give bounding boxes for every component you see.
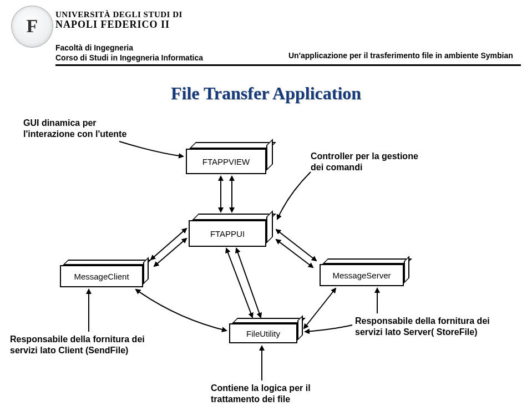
header-rule — [55, 64, 521, 66]
box-ftappview-label: FTAPPVIEW — [202, 157, 250, 166]
gui-annotation-l1: GUI dinamica per — [23, 118, 97, 128]
gui-annotation: GUI dinamica per l'interazione con l'ute… — [23, 118, 156, 140]
fileutility-annotation: Contiene la logica per il trattamento de… — [211, 383, 377, 405]
client-annotation-l1: Responsabile della fornitura dei — [10, 334, 145, 344]
app-description: Un'applicazione per il trasferimento fil… — [288, 51, 513, 60]
fileutility-annotation-l2: trattamento dei file — [211, 394, 290, 404]
server-annotation-l1: Responsabile della fornitura dei — [355, 316, 490, 326]
svg-line-7 — [236, 248, 261, 317]
uni-line-1: UNIVERSITÀ DEGLI STUDI DI — [55, 10, 183, 19]
slide-title: File Transfer Application — [0, 83, 532, 104]
course-label: Corso di Studi in Ingegneria Informatica — [55, 53, 203, 62]
client-annotation-l2: servizi lato Client (SendFile) — [10, 346, 128, 355]
box-message-client-label: MessageClient — [74, 272, 129, 281]
controller-annotation-l1: Controller per la gestione — [311, 151, 418, 161]
svg-line-4 — [276, 230, 316, 261]
slide-stage: UNIVERSITÀ DEGLI STUDI DI NAPOLI FEDERIC… — [0, 0, 532, 411]
server-annotation: Responsabile della fornitura dei servizi… — [355, 316, 521, 338]
server-annotation-l2: servizi lato Server( StoreFile) — [355, 327, 478, 337]
box-ftappui-label: FTAPPUI — [210, 229, 245, 239]
svg-line-3 — [154, 239, 186, 266]
controller-annotation: Controller per la gestione dei comandi — [311, 151, 466, 173]
svg-line-5 — [276, 240, 313, 267]
uni-line-2: NAPOLI FEDERICO II — [55, 19, 183, 31]
gui-annotation-l2: l'interazione con l'utente — [23, 129, 126, 139]
fileutility-annotation-l1: Contiene la logica per il — [211, 383, 311, 393]
box-message-server-label: MessageServer — [332, 271, 391, 280]
university-logo — [11, 6, 53, 48]
faculty-label: Facoltà di Ingegneria — [55, 43, 133, 52]
university-name: UNIVERSITÀ DEGLI STUDI DI NAPOLI FEDERIC… — [55, 10, 183, 31]
client-annotation: Responsabile della fornitura dei servizi… — [10, 334, 176, 356]
controller-annotation-l2: dei comandi — [311, 163, 362, 172]
box-file-utility-label: FileUtility — [246, 329, 280, 338]
svg-line-2 — [151, 229, 186, 260]
svg-line-6 — [226, 248, 252, 317]
